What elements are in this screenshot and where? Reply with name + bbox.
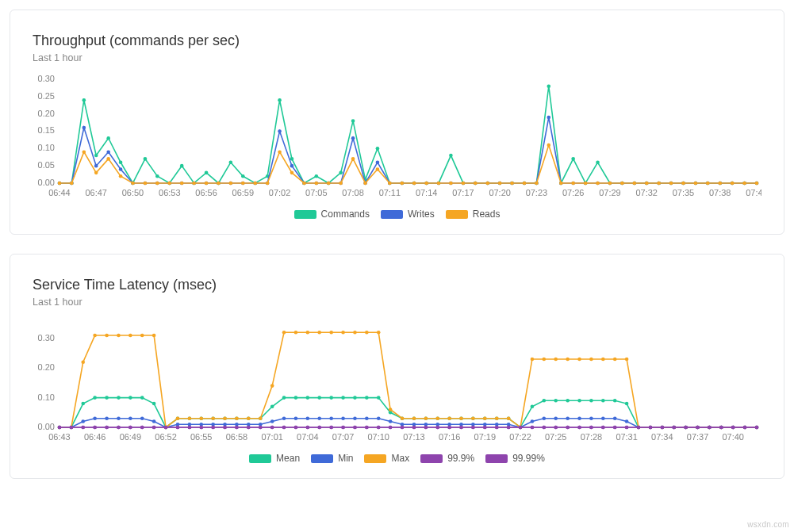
legend-label: Mean (276, 453, 300, 464)
series-point (377, 416, 381, 420)
svg-text:06:50: 06:50 (122, 188, 144, 197)
series-point (669, 182, 673, 186)
series-point (315, 182, 319, 186)
series-point (235, 426, 239, 430)
series-point (577, 426, 581, 430)
series-point (649, 426, 653, 430)
series-point (105, 334, 109, 338)
series-point (637, 426, 641, 430)
series-point (566, 416, 570, 420)
series-point (531, 358, 535, 362)
svg-text:0.00: 0.00 (38, 178, 55, 187)
svg-text:06:52: 06:52 (155, 432, 176, 442)
series-point (596, 160, 600, 164)
series-point (176, 416, 180, 420)
series-point (498, 182, 502, 186)
series-point (400, 182, 404, 186)
series-point (339, 171, 343, 175)
series-point (351, 119, 355, 123)
series-point (507, 416, 511, 420)
series-point (543, 426, 547, 430)
svg-text:0.10: 0.10 (38, 143, 55, 152)
series-point (93, 426, 97, 430)
legend-item[interactable]: Commands (294, 209, 370, 220)
series-point (401, 416, 405, 420)
chart-plot-area: 0.000.100.200.3006:4306:4606:4906:5206:5… (33, 317, 761, 448)
series-point (317, 396, 321, 400)
series-point (152, 419, 156, 423)
svg-text:07:14: 07:14 (416, 188, 437, 197)
series-point (294, 416, 298, 420)
series-point (315, 174, 319, 178)
series-line-Writes (59, 117, 757, 183)
series-point (459, 416, 463, 420)
series-point (278, 129, 282, 133)
series-point (566, 358, 570, 362)
series-point (119, 167, 123, 171)
series-point (294, 331, 298, 335)
series-point (270, 404, 274, 408)
series-point (554, 399, 558, 403)
series-point (128, 426, 132, 430)
legend-item[interactable]: Reads (446, 209, 501, 220)
series-point (105, 396, 109, 400)
series-point (742, 182, 746, 186)
legend-item[interactable]: 99.9% (420, 453, 474, 464)
series-point (81, 402, 85, 406)
legend-swatch (420, 454, 443, 463)
svg-text:07:05: 07:05 (305, 188, 327, 197)
series-point (589, 426, 593, 430)
legend-label: 99.99% (512, 453, 545, 464)
legend-item[interactable]: Max (364, 453, 409, 464)
series-point (164, 426, 168, 430)
series-point (543, 358, 547, 362)
series-point (523, 182, 527, 186)
series-point (93, 334, 97, 338)
legend-item[interactable]: Mean (249, 453, 300, 464)
series-point (106, 157, 110, 161)
series-point (290, 164, 294, 168)
series-point (531, 426, 535, 430)
series-point (105, 416, 109, 420)
series-point (253, 182, 257, 186)
series-point (483, 426, 487, 430)
series-point (205, 182, 209, 186)
series-point (363, 182, 367, 186)
legend-swatch (381, 210, 403, 219)
series-point (672, 426, 676, 430)
series-point (571, 157, 575, 161)
series-point (510, 182, 514, 186)
svg-text:06:58: 06:58 (226, 432, 247, 442)
series-point (94, 171, 98, 175)
series-point (696, 426, 700, 430)
svg-text:07:20: 07:20 (489, 188, 510, 197)
series-point (106, 150, 110, 154)
series-point (152, 426, 156, 430)
series-point (270, 426, 274, 430)
series-point (119, 160, 123, 164)
series-point (389, 419, 393, 423)
series-point (223, 426, 227, 430)
legend-item[interactable]: 99.99% (485, 453, 545, 464)
series-point (81, 419, 85, 423)
chart-legend: MeanMinMax99.9%99.99% (33, 453, 761, 464)
legend-item[interactable]: Min (311, 453, 353, 464)
series-point (317, 426, 321, 430)
chart-svg: 0.000.100.200.3006:4306:4606:4906:5206:5… (33, 317, 761, 448)
svg-text:06:56: 06:56 (195, 188, 217, 197)
series-point (377, 331, 381, 335)
series-point (188, 426, 192, 430)
series-point (58, 182, 62, 186)
series-point (81, 360, 85, 364)
series-point (554, 426, 558, 430)
series-point (217, 182, 221, 186)
series-point (247, 416, 251, 420)
series-point (365, 426, 369, 430)
series-point (376, 147, 380, 151)
series-point (389, 408, 393, 411)
svg-text:0.20: 0.20 (38, 109, 55, 118)
legend-swatch (364, 454, 386, 463)
series-point (290, 171, 294, 175)
legend-item[interactable]: Writes (381, 209, 435, 220)
series-point (223, 416, 227, 420)
